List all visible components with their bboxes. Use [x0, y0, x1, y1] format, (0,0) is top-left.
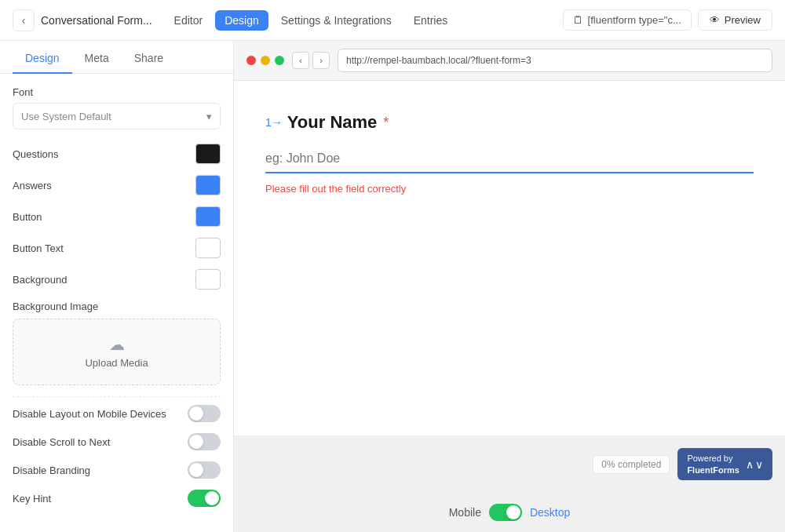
font-label: Font — [13, 86, 221, 98]
disable-branding-label: Disable Branding — [13, 465, 90, 476]
tab-design-panel[interactable]: Design — [13, 41, 72, 74]
button-text-label: Button Text — [13, 242, 64, 254]
font-value: Use System Default — [21, 111, 111, 122]
top-nav: ‹ Conversational Form... Editor Design S… — [0, 0, 785, 41]
nav-right: 🗒 [fluentform type="c... 👁 Preview — [563, 9, 772, 31]
questions-color-swatch[interactable] — [195, 144, 221, 164]
button-text-color-swatch[interactable] — [195, 238, 221, 258]
tab-editor[interactable]: Editor — [165, 10, 213, 31]
font-section: Font Use System Default ▾ — [13, 86, 221, 129]
disable-scroll-label: Disable Scroll to Next — [13, 436, 110, 448]
upload-media-area[interactable]: ☁ Upload Media — [13, 319, 221, 385]
powered-line1: Powered by — [687, 453, 739, 464]
upload-label: Upload Media — [29, 357, 204, 369]
chevron-down-icon: ▾ — [206, 111, 212, 122]
browser-forward-button[interactable]: › — [312, 52, 330, 69]
browser-back-button[interactable]: ‹ — [292, 52, 309, 69]
powered-line2: FluentForms — [687, 465, 739, 476]
form-step-label: 1→ Your Name * — [265, 112, 754, 133]
form-input-wrapper — [265, 145, 754, 173]
toggle-knob — [205, 491, 219, 505]
form-preview-white: 1→ Your Name * Please fill out the field… — [234, 81, 785, 435]
tab-share-panel[interactable]: Share — [122, 41, 176, 74]
font-dropdown[interactable]: Use System Default ▾ — [13, 103, 221, 129]
disable-branding-row: Disable Branding — [13, 461, 221, 479]
tab-entries[interactable]: Entries — [404, 10, 458, 31]
upload-icon: ☁ — [29, 335, 204, 354]
view-toggle-knob — [506, 505, 520, 519]
key-hint-row: Key Hint — [13, 490, 221, 507]
mobile-label: Mobile — [449, 506, 481, 519]
disable-scroll-row: Disable Scroll to Next — [13, 433, 221, 450]
key-hint-label: Key Hint — [13, 493, 51, 505]
answers-color-swatch[interactable] — [195, 175, 221, 195]
code-snippet-button[interactable]: 🗒 [fluentform type="c... — [563, 9, 692, 31]
eye-icon: 👁 — [710, 14, 720, 26]
form-question-text: Your Name — [287, 112, 378, 133]
button-row: Button — [13, 206, 221, 227]
tab-meta-panel[interactable]: Meta — [72, 41, 122, 74]
powered-by-badge: Powered by FluentForms ∧ ∨ — [677, 448, 772, 480]
page-title: Conversational Form... — [41, 14, 152, 27]
questions-row: Questions — [13, 144, 221, 164]
background-image-label: Background Image — [13, 301, 221, 312]
disable-branding-toggle[interactable] — [188, 461, 221, 479]
powered-arrows[interactable]: ∧ ∨ — [746, 458, 763, 471]
view-mode-toggle-area: Mobile Desktop — [234, 493, 785, 532]
toggle-knob — [189, 463, 203, 477]
background-color-swatch[interactable] — [195, 269, 221, 290]
key-hint-toggle[interactable] — [188, 490, 221, 507]
traffic-light-green[interactable] — [275, 56, 284, 65]
form-name-input[interactable] — [265, 145, 754, 173]
background-label: Background — [13, 274, 67, 286]
disable-scroll-toggle[interactable] — [188, 433, 221, 450]
desktop-label: Desktop — [530, 506, 570, 519]
panel-tabs: Design Meta Share — [0, 41, 233, 74]
back-icon: ‹ — [22, 14, 26, 27]
browser-url-text: http://rempel-baumbach.local/?fluent-for… — [346, 55, 531, 66]
preview-area: 1→ Your Name * Please fill out the field… — [234, 81, 785, 532]
disable-layout-toggle[interactable] — [188, 405, 221, 422]
browser-nav: ‹ › — [292, 52, 330, 69]
required-star: * — [383, 115, 389, 131]
back-button[interactable]: ‹ — [13, 9, 35, 31]
step-icon: 1→ — [265, 116, 283, 129]
button-color-swatch[interactable] — [195, 206, 221, 227]
powered-text: Powered by FluentForms — [687, 453, 739, 476]
disable-layout-label: Disable Layout on Mobile Devices — [13, 408, 166, 420]
browser-url-bar[interactable]: http://rempel-baumbach.local/?fluent-for… — [338, 49, 772, 72]
code-snippet-label: [fluentform type="c... — [588, 14, 681, 26]
progress-label: 0% completed — [593, 455, 670, 474]
tab-settings[interactable]: Settings & Integrations — [272, 10, 401, 31]
code-icon: 🗒 — [573, 14, 583, 26]
preview-bottom-bar: 0% completed Powered by FluentForms ∧ ∨ — [234, 435, 785, 493]
left-panel: Design Meta Share Font Use System Defaul… — [0, 41, 234, 532]
button-label: Button — [13, 211, 42, 223]
toggle-knob — [189, 406, 203, 421]
disable-layout-row: Disable Layout on Mobile Devices — [13, 405, 221, 422]
arrow-up-icon: ∧ — [746, 458, 754, 471]
answers-row: Answers — [13, 175, 221, 195]
arrow-down-icon: ∨ — [755, 458, 763, 471]
preview-label: Preview — [725, 14, 761, 26]
view-mode-toggle[interactable] — [489, 504, 522, 521]
view-toggle: Mobile Desktop — [449, 504, 571, 521]
panel-content: Font Use System Default ▾ Questions Answ… — [0, 74, 233, 530]
button-text-row: Button Text — [13, 238, 221, 258]
section-divider — [13, 396, 221, 397]
tab-design[interactable]: Design — [215, 10, 268, 31]
traffic-light-yellow[interactable] — [261, 56, 270, 65]
toggle-knob — [189, 435, 203, 449]
background-row: Background — [13, 269, 221, 290]
traffic-lights — [246, 56, 284, 65]
nav-tabs: Editor Design Settings & Integrations En… — [165, 10, 458, 31]
traffic-light-red[interactable] — [246, 56, 256, 65]
questions-label: Questions — [13, 148, 59, 160]
preview-button[interactable]: 👁 Preview — [698, 9, 772, 31]
answers-label: Answers — [13, 180, 52, 191]
form-error-message: Please fill out the field correctly — [265, 183, 754, 195]
main-layout: Design Meta Share Font Use System Defaul… — [0, 41, 785, 532]
right-panel: ‹ › http://rempel-baumbach.local/?fluent… — [234, 41, 785, 532]
browser-bar: ‹ › http://rempel-baumbach.local/?fluent… — [234, 41, 785, 81]
